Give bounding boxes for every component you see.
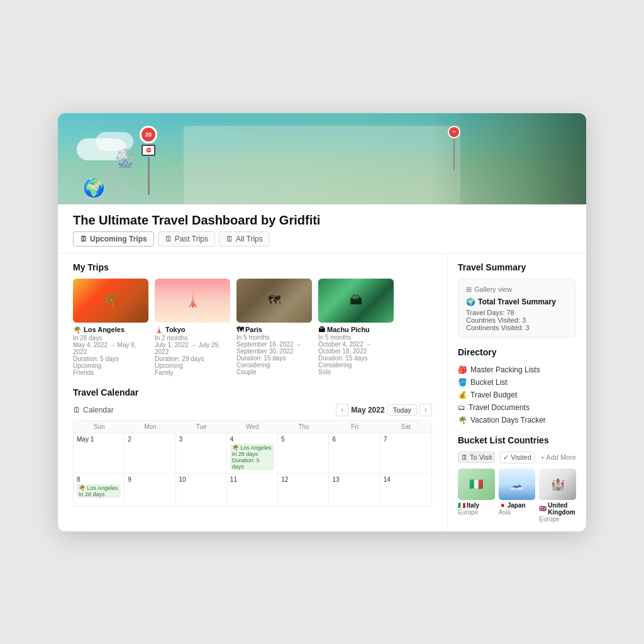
cal-cell-may1[interactable]: May 1	[74, 433, 125, 473]
tab-all-trips[interactable]: 🗓 All Trips	[219, 231, 270, 247]
cal-hdr-fri: Fri	[329, 421, 380, 433]
stat-continents: Continents Visited: 3	[466, 324, 568, 331]
calendar-section: Travel Calendar 🗓 Calendar ‹ May 2022 To…	[73, 387, 432, 507]
cal-cell-may9[interactable]: 9	[125, 474, 175, 506]
trip-subtitle-paris: In 5 months	[236, 334, 312, 341]
calendar-next-button[interactable]: ›	[419, 404, 432, 416]
center-building	[184, 126, 460, 204]
bucket-card-italy[interactable]: 🇮🇹 🇮🇹 Italy Europe	[458, 469, 495, 523]
cal-cell-may7[interactable]: 7	[380, 433, 431, 473]
cal-event-la: 🌴 Los Angeles In 28 days Duration: 5 day…	[230, 444, 274, 470]
tab-icon: 🗓	[165, 235, 172, 243]
bucket-icon: 🪣	[458, 378, 467, 387]
app-window: 20 ⛔ ⛔ 🎡 🌍 The Ultimate Travel Dashboard…	[58, 113, 586, 531]
bucket-country-japan: 🇯🇵 Japan	[499, 502, 536, 509]
bucket-region-japan: Asia	[499, 509, 536, 516]
trip-card-machu[interactable]: 🏔 🏔 Machu Pichu In 5 months October 4, 2…	[318, 279, 394, 376]
dir-item-docs[interactable]: 🗂 Travel Documents	[458, 401, 576, 414]
calendar-today-button[interactable]: Today	[387, 404, 417, 416]
trip-card-tokyo[interactable]: 🗼 🗼 Tokyo In 2 months July 1, 2022 → Jul…	[155, 279, 230, 376]
cal-cell-may2[interactable]: 2	[125, 433, 175, 473]
trip-status-machu: Considering	[318, 362, 394, 369]
gallery-icon: ⊞	[466, 286, 472, 294]
banner-globe-icon: 🌍	[83, 177, 105, 198]
bucket-add-button[interactable]: + Add More	[540, 453, 576, 461]
cal-hdr-thu: Thu	[278, 421, 329, 433]
calendar-title: Travel Calendar	[73, 387, 432, 397]
bucket-card-japan[interactable]: 🗻 🇯🇵 Japan Asia	[499, 469, 536, 523]
speed-sign: 20	[140, 126, 157, 143]
cal-cell-may3[interactable]: 3	[176, 433, 227, 473]
cal-cell-may14[interactable]: 14	[380, 474, 431, 506]
bucket-card-uk[interactable]: 🏰 🇬🇧 United Kingdom Europe	[539, 469, 576, 523]
trip-subtitle-tokyo: In 2 months	[155, 335, 230, 341]
no-parking-sign: ⛔	[142, 145, 155, 156]
tab-upcoming-trips[interactable]: 🗓 Upcoming Trips	[73, 231, 154, 247]
cal-hdr-mon: Mon	[125, 421, 175, 433]
budget-label: Travel Budget	[470, 391, 517, 399]
my-trips-title: My Trips	[73, 262, 432, 272]
trip-image-tokyo: 🗼	[155, 279, 230, 323]
dir-item-packing[interactable]: 🎒 Master Packing Lists	[458, 364, 576, 376]
tab-label: Upcoming Trips	[90, 235, 147, 243]
trip-subtitle-la: In 28 days	[73, 335, 148, 341]
tab-past-trips[interactable]: 🗓 Past Trips	[158, 231, 215, 247]
trip-tag-paris: Couple	[236, 369, 312, 375]
trip-duration-paris: Duration: 15 days	[236, 355, 312, 362]
trip-status-paris: Considering	[236, 362, 312, 369]
trip-duration-la: Duration: 5 days	[73, 355, 148, 362]
bucket-image-italy: 🇮🇹	[458, 469, 495, 500]
visited-icon: ✓	[503, 453, 509, 462]
cal-cell-may6[interactable]: 6	[329, 433, 380, 473]
total-travel-label: 🌍 Total Travel Summary	[466, 297, 568, 306]
dir-item-vacation[interactable]: 🌴 Vacation Days Tracker	[458, 414, 576, 426]
stat-travel-days: Travel Days: 78	[466, 309, 568, 316]
calendar-prev-button[interactable]: ‹	[336, 404, 348, 416]
cal-cell-may10[interactable]: 10	[176, 474, 227, 506]
cal-cell-may8[interactable]: 8 🌴 Los Angeles In 28 days	[74, 474, 125, 506]
docs-icon: 🗂	[458, 403, 465, 412]
tabs-bar: 🗓 Upcoming Trips 🗓 Past Trips 🗓 All Trip…	[58, 231, 586, 253]
to-visit-label: To Visit	[470, 453, 492, 461]
trip-image-la: 🌴	[73, 279, 148, 323]
cal-cell-may5[interactable]: 5	[278, 433, 329, 473]
trip-dates-paris: September 16, 2022 → September 30, 2022	[236, 341, 312, 355]
bucket-country-italy: 🇮🇹 Italy	[458, 502, 495, 509]
tab-label: All Trips	[236, 235, 263, 243]
cal-hdr-tue: Tue	[176, 421, 227, 433]
to-visit-icon: 🗓	[461, 453, 468, 461]
bucket-tab-to-visit[interactable]: 🗓 To Visit	[458, 452, 495, 463]
trip-duration-machu: Duration: 15 days	[318, 355, 394, 362]
bucket-list-title: Bucket List Countries	[458, 435, 576, 445]
cal-hdr-sun: Sun	[74, 421, 125, 433]
trip-dates-tokyo: July 1, 2022 → July 29, 2022	[155, 341, 230, 355]
travel-summary-title: Travel Summary	[458, 262, 576, 272]
trip-tag-tokyo: Family	[155, 369, 230, 376]
cal-cell-may12[interactable]: 12	[278, 474, 329, 506]
bucket-image-uk: 🏰	[539, 469, 576, 500]
bucket-region-italy: Europe	[458, 509, 495, 516]
bucket-tabs: 🗓 To Visit ✓ Visited + Add More	[458, 452, 576, 464]
cal-cell-may13[interactable]: 13	[329, 474, 380, 506]
main-layout: My Trips 🌴 🌴 Los Angeles In 28 days May …	[58, 253, 586, 531]
dir-item-budget[interactable]: 💰 Travel Budget	[458, 389, 576, 401]
trip-card-la[interactable]: 🌴 🌴 Los Angeles In 28 days May 4, 2022 →…	[73, 279, 148, 376]
bucket-grid: 🇮🇹 🇮🇹 Italy Europe 🗻 🇯🇵	[458, 469, 576, 523]
stat-countries: Countries Visited: 3	[466, 316, 568, 324]
tab-icon: 🗓	[80, 235, 87, 243]
trip-status-tokyo: Upcoming	[155, 362, 230, 369]
calendar-label: 🗓 Calendar	[73, 406, 114, 414]
trip-subtitle-machu: In 5 months	[318, 334, 394, 341]
cal-cell-may11[interactable]: 11	[227, 474, 278, 506]
left-column: My Trips 🌴 🌴 Los Angeles In 28 days May …	[58, 253, 448, 531]
trip-dates-machu: October 4, 2022 → October 18, 2022	[318, 341, 394, 355]
dir-item-bucket[interactable]: 🪣 Bucket List	[458, 376, 576, 389]
directory-title: Directory	[458, 347, 576, 357]
docs-label: Travel Documents	[469, 403, 530, 412]
trip-card-paris[interactable]: 🗺 🗺 Paris In 5 months September 16, 2022…	[236, 279, 312, 376]
cal-cell-may4[interactable]: 4 🌴 Los Angeles In 28 days Duration: 5 d…	[227, 433, 278, 473]
bucket-tab-visited[interactable]: ✓ Visited	[500, 452, 535, 464]
trip-name-la: 🌴 Los Angeles	[73, 326, 148, 334]
bucket-image-japan: 🗻	[499, 469, 536, 500]
trip-status-la: Upcoming	[73, 362, 148, 369]
